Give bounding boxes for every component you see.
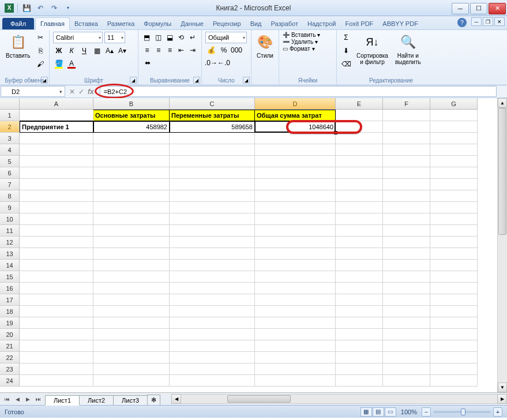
percent-format-icon[interactable]: %	[218, 44, 230, 56]
redo-icon[interactable]: ↷	[49, 3, 59, 13]
cell-D20[interactable]	[255, 329, 336, 340]
cell-D12[interactable]	[255, 237, 336, 248]
cell-F13[interactable]	[383, 248, 430, 260]
cell-B6[interactable]	[93, 167, 170, 179]
sheet-tab-1[interactable]: Лист1	[45, 395, 80, 406]
cell-B8[interactable]	[93, 190, 170, 202]
cell-C21[interactable]	[170, 340, 255, 352]
cell-B21[interactable]	[93, 340, 170, 352]
cell-E8[interactable]	[336, 190, 383, 202]
cell-F5[interactable]	[383, 156, 430, 167]
cell-B5[interactable]	[93, 156, 170, 167]
cell-A6[interactable]	[20, 167, 93, 179]
cell-F23[interactable]	[383, 363, 430, 375]
cut-icon[interactable]: ✂	[35, 32, 46, 43]
insert-cells-button[interactable]: ➕Вставить ▾	[283, 32, 333, 38]
comma-format-icon[interactable]: 000	[231, 44, 242, 56]
column-header-A[interactable]: A	[20, 98, 93, 110]
row-header-2[interactable]: 2	[0, 121, 20, 133]
row-header-1[interactable]: 1	[0, 110, 20, 121]
row-header-24[interactable]: 24	[0, 375, 20, 387]
cell-D14[interactable]	[255, 260, 336, 271]
cell-G6[interactable]	[430, 167, 478, 179]
cell-C13[interactable]	[170, 248, 255, 260]
cell-F14[interactable]	[383, 260, 430, 271]
autosum-icon[interactable]: Σ	[340, 32, 352, 43]
workbook-restore-button[interactable]: ❐	[483, 17, 493, 26]
cell-E9[interactable]	[336, 202, 383, 213]
cell-C12[interactable]	[170, 237, 255, 248]
cell-E17[interactable]	[336, 294, 383, 306]
cell-F11[interactable]	[383, 225, 430, 237]
align-left-icon[interactable]: ≡	[142, 44, 152, 56]
cell-G2[interactable]	[430, 121, 478, 133]
row-header-9[interactable]: 9	[0, 202, 20, 213]
cell-B3[interactable]	[93, 133, 170, 144]
cell-G3[interactable]	[430, 133, 478, 144]
zoom-thumb[interactable]	[461, 408, 465, 415]
cell-D13[interactable]	[255, 248, 336, 260]
cell-G15[interactable]	[430, 271, 478, 283]
delete-cells-button[interactable]: ➖Удалить ▾	[283, 39, 333, 45]
zoom-in-button[interactable]: +	[493, 407, 502, 417]
sort-filter-button[interactable]: Я↓ Сортировка и фильтр	[354, 32, 390, 70]
cell-E11[interactable]	[336, 225, 383, 237]
row-header-14[interactable]: 14	[0, 260, 20, 271]
column-header-G[interactable]: G	[430, 98, 478, 110]
sheet-tab-3[interactable]: Лист3	[113, 395, 148, 405]
cell-B13[interactable]	[93, 248, 170, 260]
cell-B20[interactable]	[93, 329, 170, 340]
cell-B10[interactable]	[93, 213, 170, 225]
cell-C9[interactable]	[170, 202, 255, 213]
cell-D16[interactable]	[255, 283, 336, 294]
vertical-scrollbar[interactable]: ▲ ▼	[497, 98, 507, 392]
row-header-13[interactable]: 13	[0, 248, 20, 260]
cell-C8[interactable]	[170, 190, 255, 202]
row-header-12[interactable]: 12	[0, 237, 20, 248]
cell-F2[interactable]	[383, 121, 430, 133]
tab-insert[interactable]: Вставка	[70, 18, 103, 29]
cell-B15[interactable]	[93, 271, 170, 283]
cell-E2[interactable]	[336, 121, 383, 133]
cell-A9[interactable]	[20, 202, 93, 213]
cell-G21[interactable]	[430, 340, 478, 352]
scroll-down-button[interactable]: ▼	[498, 382, 507, 392]
cell-A15[interactable]	[20, 271, 93, 283]
cell-B9[interactable]	[93, 202, 170, 213]
maximize-button[interactable]: ☐	[470, 3, 487, 14]
row-header-3[interactable]: 3	[0, 133, 20, 144]
row-header-23[interactable]: 23	[0, 363, 20, 375]
bold-button[interactable]: Ж	[53, 45, 65, 57]
cell-B19[interactable]	[93, 317, 170, 329]
cell-F1[interactable]	[383, 110, 430, 121]
pagelayout-view-button[interactable]: ▤	[373, 407, 384, 417]
column-header-E[interactable]: E	[336, 98, 383, 110]
cell-B4[interactable]	[93, 144, 170, 156]
border-button[interactable]: ▦	[91, 45, 103, 57]
cell-A13[interactable]	[20, 248, 93, 260]
cell-C17[interactable]	[170, 294, 255, 306]
sheet-last-button[interactable]: ⏭	[33, 395, 43, 404]
row-header-15[interactable]: 15	[0, 271, 20, 283]
find-select-button[interactable]: 🔍 Найти и выделить	[393, 32, 423, 70]
tab-pagelayout[interactable]: Разметка	[103, 18, 140, 29]
cell-B17[interactable]	[93, 294, 170, 306]
row-header-5[interactable]: 5	[0, 156, 20, 167]
cell-C5[interactable]	[170, 156, 255, 167]
file-tab[interactable]: Файл	[2, 18, 34, 29]
cell-F10[interactable]	[383, 213, 430, 225]
merge-center-button[interactable]: ⬌	[142, 57, 153, 69]
cell-G11[interactable]	[430, 225, 478, 237]
cell-G22[interactable]	[430, 352, 478, 363]
new-sheet-button[interactable]: ✻	[147, 395, 160, 405]
cell-A24[interactable]	[20, 375, 93, 387]
fx-icon[interactable]: fx	[88, 88, 96, 96]
accounting-format-icon[interactable]: 💰	[205, 44, 217, 56]
sheet-first-button[interactable]: ⏮	[2, 395, 12, 404]
tab-home[interactable]: Главная	[35, 17, 70, 30]
cell-C4[interactable]	[170, 144, 255, 156]
italic-button[interactable]: К	[66, 45, 77, 57]
cell-E15[interactable]	[336, 271, 383, 283]
cell-E21[interactable]	[336, 340, 383, 352]
row-header-4[interactable]: 4	[0, 144, 20, 156]
